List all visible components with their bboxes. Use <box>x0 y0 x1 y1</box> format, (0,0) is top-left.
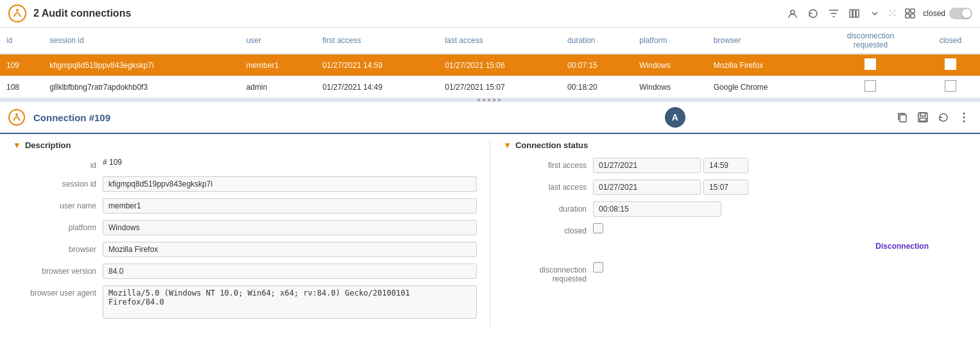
field-row-disconnection-requested: disconnection requested <box>503 262 967 283</box>
filter-icon-btn[interactable] <box>826 6 841 21</box>
id-label: id <box>13 158 103 170</box>
table-row[interactable]: 109 kfigmpq8d519ppv843egkskp7i member1 0… <box>0 54 980 76</box>
description-label: Description <box>25 140 71 150</box>
closed-checkbox[interactable] <box>593 223 603 233</box>
cell-first-access: 01/27/2021 14:49 <box>316 76 439 98</box>
user-name-label: user name <box>13 198 103 210</box>
disconnection-requested-checkbox[interactable] <box>593 262 603 273</box>
detail-content: ▼ Description id # 109 session id user n… <box>0 134 980 333</box>
disconnection-link[interactable]: Disconnection <box>593 242 929 251</box>
browser-value <box>103 242 477 257</box>
closed-toggle[interactable] <box>949 8 972 19</box>
last-access-time-input[interactable] <box>703 180 748 195</box>
detail-actions <box>894 109 972 126</box>
browser-user-agent-input[interactable]: Mozilla/5.0 (Windows NT 10.0; Win64; x64… <box>103 285 477 319</box>
top-bar-actions: ⁙ closed <box>785 6 972 21</box>
closed-checkbox-container <box>593 223 967 233</box>
cell-closed[interactable] <box>921 54 980 76</box>
cell-user: admin <box>240 76 316 98</box>
filter-icon <box>828 8 839 19</box>
users-icon-btn[interactable] <box>785 6 800 21</box>
description-section-header: ▼ Description <box>13 140 477 150</box>
col-disconnection-requested: disconnectionrequested <box>820 28 921 54</box>
platform-value <box>103 220 477 235</box>
cell-first-access: 01/27/2021 14:59 <box>316 54 439 76</box>
col-first-access: first access <box>316 28 439 54</box>
connections-table-section: id session id user first access last acc… <box>0 28 980 98</box>
separator: ⁙ <box>888 8 897 19</box>
field-row-browser-user-agent: browser user agent Mozilla/5.0 (Windows … <box>13 285 477 321</box>
browser-user-agent-value: Mozilla/5.0 (Windows NT 10.0; Win64; x64… <box>103 285 477 321</box>
col-duration: duration <box>561 28 633 54</box>
svg-rect-12 <box>900 115 906 122</box>
cell-browser: Mozilla Firefox <box>707 54 820 76</box>
field-row-closed: closed <box>503 223 967 235</box>
svg-point-16 <box>963 113 965 115</box>
table-header-row: id session id user first access last acc… <box>0 28 980 54</box>
cell-platform: Windows <box>633 54 707 76</box>
browser-label: browser <box>13 242 103 254</box>
session-id-label: session id <box>13 176 103 189</box>
browser-user-agent-label: browser user agent <box>13 285 103 298</box>
cell-closed[interactable] <box>921 76 980 98</box>
user-name-input[interactable] <box>103 198 477 214</box>
columns-icon-btn[interactable] <box>847 6 862 21</box>
browser-input[interactable] <box>103 242 477 257</box>
last-access-value <box>593 180 967 195</box>
field-row-last-access: last access <box>503 180 967 195</box>
id-value: # 109 <box>103 158 477 167</box>
disconnection-requested-checkbox-container <box>593 262 967 273</box>
user-name-value <box>103 198 477 214</box>
platform-input[interactable] <box>103 220 477 235</box>
svg-point-11 <box>15 113 18 116</box>
columns-dropdown-btn[interactable] <box>867 6 882 21</box>
cell-disconnection-requested[interactable] <box>820 76 921 98</box>
svg-point-18 <box>963 121 965 122</box>
duration-value <box>593 201 967 217</box>
connection-status-chevron[interactable]: ▼ <box>503 140 511 150</box>
grid-icon <box>905 8 915 19</box>
cell-disconnection-requested[interactable] <box>820 54 921 76</box>
browser-version-input[interactable] <box>103 264 477 279</box>
detail-refresh-btn[interactable] <box>935 109 952 126</box>
session-id-input[interactable] <box>103 176 477 192</box>
detail-more-btn[interactable] <box>956 109 972 126</box>
field-row-browser: browser <box>13 242 477 257</box>
svg-rect-7 <box>911 9 915 13</box>
closed-label: closed <box>923 9 945 18</box>
detail-refresh-icon <box>938 112 949 123</box>
col-platform: platform <box>633 28 707 54</box>
field-row-disconnection: Disconnection <box>503 242 967 256</box>
svg-rect-6 <box>906 9 909 13</box>
refresh-icon-btn[interactable] <box>805 6 821 21</box>
svg-rect-5 <box>856 10 859 17</box>
closed-toggle-container: closed <box>923 8 972 19</box>
field-row-user-name: user name <box>13 198 477 214</box>
col-id: id <box>0 28 43 54</box>
last-access-label: last access <box>503 180 593 192</box>
svg-rect-15 <box>920 118 926 121</box>
save-icon-btn[interactable] <box>915 109 931 126</box>
col-last-access: last access <box>438 28 561 54</box>
col-user: user <box>240 28 316 54</box>
copy-icon-btn[interactable] <box>894 109 911 126</box>
connection-status-label: Connection status <box>515 140 588 150</box>
browser-version-label: browser version <box>13 264 103 276</box>
first-access-date-input[interactable] <box>593 158 701 173</box>
last-access-date-input[interactable] <box>593 180 701 195</box>
col-session-id: session id <box>43 28 239 54</box>
id-static-value: # 109 <box>103 155 122 169</box>
cell-duration: 00:07:15 <box>561 54 633 76</box>
cell-browser: Google Chrome <box>707 76 820 98</box>
description-chevron[interactable]: ▼ <box>13 140 21 150</box>
table-row[interactable]: 108 g8klbfbbng7ratr7apdokhb0f3 admin 01/… <box>0 76 980 98</box>
top-bar: 2 Audit connections <box>0 0 980 28</box>
app-logo-icon <box>8 4 27 23</box>
grid-icon-btn[interactable] <box>902 6 918 21</box>
svg-rect-9 <box>911 14 915 18</box>
detail-title: Connection #109 <box>33 112 456 123</box>
first-access-time-input[interactable] <box>703 158 748 173</box>
duration-input[interactable] <box>593 201 721 217</box>
page-title: 2 Audit connections <box>33 8 785 19</box>
field-row-browser-version: browser version <box>13 264 477 279</box>
